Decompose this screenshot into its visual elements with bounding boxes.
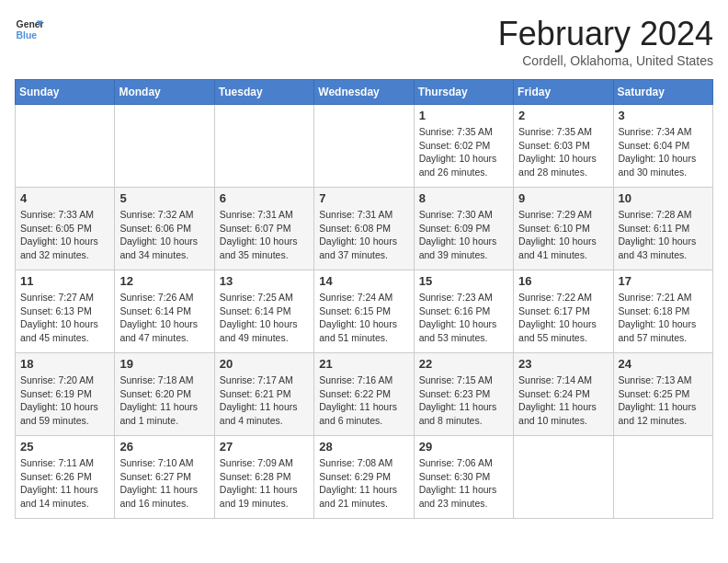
day-number: 13 [220,274,309,288]
day-number: 3 [619,109,708,122]
calendar-cell: 5Sunrise: 7:32 AM Sunset: 6:06 PM Daylig… [115,188,214,270]
logo-icon: General Blue [15,15,44,44]
calendar-cell: 20Sunrise: 7:17 AM Sunset: 6:21 PM Dayli… [214,353,313,436]
logo: General Blue [15,15,44,44]
day-info: Sunrise: 7:17 AM Sunset: 6:21 PM Dayligh… [220,373,309,428]
calendar-cell: 1Sunrise: 7:35 AM Sunset: 6:02 PM Daylig… [414,105,513,188]
day-info: Sunrise: 7:31 AM Sunset: 6:08 PM Dayligh… [319,208,408,262]
calendar-cell: 22Sunrise: 7:15 AM Sunset: 6:23 PM Dayli… [414,353,513,436]
calendar-cell: 16Sunrise: 7:22 AM Sunset: 6:17 PM Dayli… [514,270,613,353]
calendar-cell: 21Sunrise: 7:16 AM Sunset: 6:22 PM Dayli… [314,353,414,436]
calendar-cell: 3Sunrise: 7:34 AM Sunset: 6:04 PM Daylig… [613,105,712,188]
day-number: 11 [20,274,109,288]
day-number: 2 [518,109,608,122]
day-number: 18 [20,357,109,371]
calendar-body: 1Sunrise: 7:35 AM Sunset: 6:02 PM Daylig… [16,105,713,519]
header: General Blue February 2024 Cordell, Okla… [15,15,713,68]
calendar-cell: 24Sunrise: 7:13 AM Sunset: 6:25 PM Dayli… [613,353,712,436]
days-header-row: SundayMondayTuesdayWednesdayThursdayFrid… [16,80,713,105]
day-info: Sunrise: 7:16 AM Sunset: 6:22 PM Dayligh… [319,373,408,428]
calendar-cell [314,105,414,188]
day-info: Sunrise: 7:20 AM Sunset: 6:19 PM Dayligh… [20,373,109,428]
day-number: 14 [319,274,408,288]
day-number: 28 [319,440,408,454]
day-info: Sunrise: 7:31 AM Sunset: 6:07 PM Dayligh… [220,208,309,262]
week-row-2: 4Sunrise: 7:33 AM Sunset: 6:05 PM Daylig… [16,188,713,270]
day-info: Sunrise: 7:35 AM Sunset: 6:03 PM Dayligh… [518,125,608,179]
calendar-cell: 23Sunrise: 7:14 AM Sunset: 6:24 PM Dayli… [514,353,613,436]
day-number: 6 [220,191,309,205]
day-info: Sunrise: 7:34 AM Sunset: 6:04 PM Dayligh… [619,125,708,179]
day-number: 20 [220,357,309,371]
day-header-thursday: Thursday [414,80,513,105]
day-info: Sunrise: 7:24 AM Sunset: 6:15 PM Dayligh… [319,291,408,345]
day-info: Sunrise: 7:06 AM Sunset: 6:30 PM Dayligh… [419,456,508,511]
day-header-tuesday: Tuesday [214,80,313,105]
day-info: Sunrise: 7:25 AM Sunset: 6:14 PM Dayligh… [220,291,309,345]
calendar-cell [115,105,214,188]
day-number: 5 [119,191,209,205]
day-number: 12 [119,274,209,288]
day-info: Sunrise: 7:14 AM Sunset: 6:24 PM Dayligh… [518,373,608,428]
day-info: Sunrise: 7:18 AM Sunset: 6:20 PM Dayligh… [119,373,209,428]
calendar-cell [613,436,712,519]
calendar-cell: 27Sunrise: 7:09 AM Sunset: 6:28 PM Dayli… [214,436,313,519]
calendar-cell: 19Sunrise: 7:18 AM Sunset: 6:20 PM Dayli… [115,353,214,436]
day-number: 10 [619,191,708,205]
day-info: Sunrise: 7:26 AM Sunset: 6:14 PM Dayligh… [119,291,209,345]
day-info: Sunrise: 7:30 AM Sunset: 6:09 PM Dayligh… [419,208,508,262]
day-number: 8 [419,191,508,205]
calendar-cell: 17Sunrise: 7:21 AM Sunset: 6:18 PM Dayli… [613,270,712,353]
day-info: Sunrise: 7:22 AM Sunset: 6:17 PM Dayligh… [518,291,608,345]
day-info: Sunrise: 7:35 AM Sunset: 6:02 PM Dayligh… [419,125,508,179]
day-number: 7 [319,191,408,205]
calendar-cell: 7Sunrise: 7:31 AM Sunset: 6:08 PM Daylig… [314,188,414,270]
day-info: Sunrise: 7:32 AM Sunset: 6:06 PM Dayligh… [119,208,209,262]
day-number: 17 [619,274,708,288]
calendar-cell: 12Sunrise: 7:26 AM Sunset: 6:14 PM Dayli… [115,270,214,353]
day-info: Sunrise: 7:08 AM Sunset: 6:29 PM Dayligh… [319,456,408,511]
calendar-cell: 14Sunrise: 7:24 AM Sunset: 6:15 PM Dayli… [314,270,414,353]
week-row-4: 18Sunrise: 7:20 AM Sunset: 6:19 PM Dayli… [16,353,713,436]
calendar-table: SundayMondayTuesdayWednesdayThursdayFrid… [15,79,713,519]
svg-text:Blue: Blue [17,30,38,40]
day-info: Sunrise: 7:29 AM Sunset: 6:10 PM Dayligh… [518,208,608,262]
calendar-cell: 9Sunrise: 7:29 AM Sunset: 6:10 PM Daylig… [514,188,613,270]
week-row-3: 11Sunrise: 7:27 AM Sunset: 6:13 PM Dayli… [16,270,713,353]
calendar-cell: 10Sunrise: 7:28 AM Sunset: 6:11 PM Dayli… [613,188,712,270]
day-info: Sunrise: 7:28 AM Sunset: 6:11 PM Dayligh… [619,208,708,262]
title-area: February 2024 Cordell, Oklahoma, United … [498,15,713,68]
day-info: Sunrise: 7:21 AM Sunset: 6:18 PM Dayligh… [619,291,708,345]
calendar-cell [514,436,613,519]
calendar-cell: 18Sunrise: 7:20 AM Sunset: 6:19 PM Dayli… [16,353,115,436]
day-number: 16 [518,274,608,288]
day-number: 1 [419,109,508,122]
calendar-cell [214,105,313,188]
day-info: Sunrise: 7:33 AM Sunset: 6:05 PM Dayligh… [20,208,109,262]
calendar-cell: 4Sunrise: 7:33 AM Sunset: 6:05 PM Daylig… [16,188,115,270]
day-info: Sunrise: 7:09 AM Sunset: 6:28 PM Dayligh… [220,456,309,511]
day-header-sunday: Sunday [16,80,115,105]
day-number: 4 [20,191,109,205]
calendar-cell: 15Sunrise: 7:23 AM Sunset: 6:16 PM Dayli… [414,270,513,353]
calendar-cell: 6Sunrise: 7:31 AM Sunset: 6:07 PM Daylig… [214,188,313,270]
day-info: Sunrise: 7:10 AM Sunset: 6:27 PM Dayligh… [119,456,209,511]
day-number: 27 [220,440,309,454]
day-number: 15 [419,274,508,288]
calendar-cell: 25Sunrise: 7:11 AM Sunset: 6:26 PM Dayli… [16,436,115,519]
day-number: 24 [619,357,708,371]
day-header-saturday: Saturday [613,80,712,105]
day-header-wednesday: Wednesday [314,80,414,105]
month-title: February 2024 [498,15,713,53]
calendar-cell: 2Sunrise: 7:35 AM Sunset: 6:03 PM Daylig… [514,105,613,188]
day-number: 23 [518,357,608,371]
calendar-cell [16,105,115,188]
day-info: Sunrise: 7:27 AM Sunset: 6:13 PM Dayligh… [20,291,109,345]
day-number: 19 [119,357,209,371]
day-info: Sunrise: 7:11 AM Sunset: 6:26 PM Dayligh… [20,456,109,511]
day-header-monday: Monday [115,80,214,105]
week-row-5: 25Sunrise: 7:11 AM Sunset: 6:26 PM Dayli… [16,436,713,519]
calendar-cell: 8Sunrise: 7:30 AM Sunset: 6:09 PM Daylig… [414,188,513,270]
location: Cordell, Oklahoma, United States [498,53,713,68]
day-number: 9 [518,191,608,205]
